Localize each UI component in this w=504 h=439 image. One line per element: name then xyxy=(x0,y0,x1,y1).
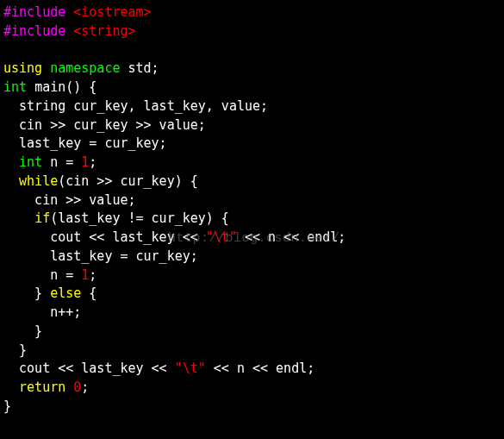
txt-main: main() { xyxy=(34,79,96,95)
open-else: { xyxy=(81,285,96,301)
txt-std: std; xyxy=(128,60,159,76)
line-cin1: cin >> cur_key >> value; xyxy=(3,117,206,133)
cout1-a: cout << last_key << xyxy=(3,229,206,245)
num-one-b: 1 xyxy=(81,267,89,283)
line-assign1: last_key = cur_key; xyxy=(3,135,167,151)
num-one: 1 xyxy=(81,154,89,170)
while-cond: (cin >> cur_key) { xyxy=(58,173,198,189)
kw-else: else xyxy=(50,285,81,301)
line-decl: string cur_key, last_key, value; xyxy=(3,98,268,114)
kw-int: int xyxy=(3,79,27,95)
cout2-b: << n << endl; xyxy=(206,361,314,376)
header-string: <string> xyxy=(73,23,135,39)
str-tab: "\t" xyxy=(175,361,206,376)
semi: ; xyxy=(81,379,89,395)
if-cond: (last_key != cur_key) { xyxy=(50,210,229,226)
line-assign2: last_key = cur_key; xyxy=(3,248,198,264)
code-block: #include <iostream> #include <string> us… xyxy=(3,3,501,417)
str-tab: "\t" xyxy=(206,229,237,245)
kw-while: while xyxy=(19,173,58,189)
n-eq: n = xyxy=(3,267,81,283)
kw-namespace: namespace xyxy=(50,60,120,76)
cout1-b: << n << endl; xyxy=(237,229,345,245)
line-npp: n++; xyxy=(3,304,81,320)
line-cin2: cin >> value; xyxy=(3,192,136,208)
preproc-include: #include xyxy=(3,23,65,39)
semi: ; xyxy=(89,154,96,170)
kw-using: using xyxy=(3,60,42,76)
cout2-a: cout << last_key << xyxy=(3,361,175,376)
kw-return: return xyxy=(19,379,65,395)
close-if: } xyxy=(3,285,50,301)
close-while: } xyxy=(3,342,27,358)
kw-int-n: int xyxy=(19,154,42,170)
header-iostream: <iostream> xyxy=(73,4,151,20)
kw-if: if xyxy=(34,210,50,226)
close-main: } xyxy=(3,398,11,414)
preproc-include: #include xyxy=(3,4,65,20)
txt-n-eq: n = xyxy=(42,154,81,170)
semi: ; xyxy=(89,267,96,283)
num-zero: 0 xyxy=(73,379,81,395)
close-else: } xyxy=(3,323,42,339)
